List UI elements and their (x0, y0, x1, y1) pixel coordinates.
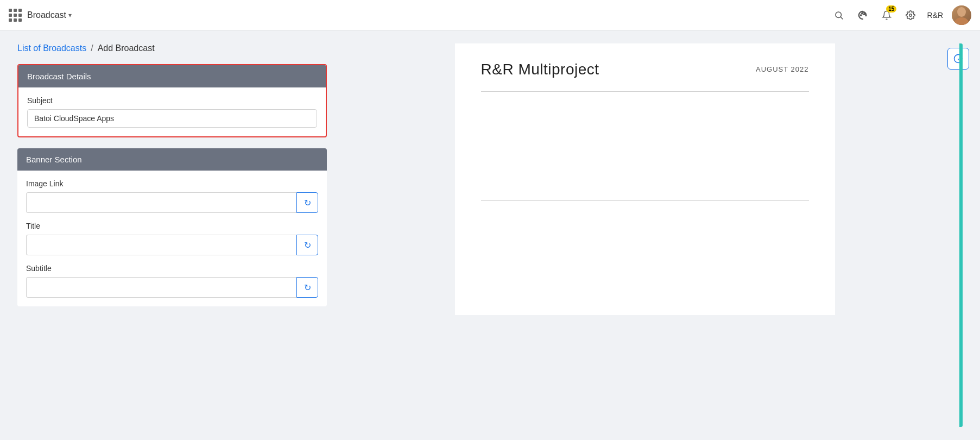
title-refresh-button[interactable]: ↻ (296, 235, 318, 255)
preview-top-divider (481, 91, 809, 92)
preview-date: AUGUST 2022 (756, 65, 808, 73)
image-link-input[interactable] (26, 192, 296, 213)
subject-field-group: Subject (27, 96, 317, 128)
image-link-field-group: Image Link ↻ (26, 179, 318, 213)
subject-input[interactable] (27, 109, 317, 128)
breadcrumb-list-link[interactable]: List of Broadcasts (17, 43, 86, 53)
breadcrumb-separator: / (91, 43, 93, 53)
topnav-right: 15 R&R (831, 5, 971, 25)
preview-area: R&R Multiproject AUGUST 2022 (455, 43, 835, 315)
subtitle-label: Subtitle (26, 264, 318, 273)
app-title-text: Broadcast (27, 10, 66, 20)
banner-section-header: Banner Section (17, 148, 327, 171)
right-panel: R&R Multiproject AUGUST 2022 (327, 43, 963, 427)
svg-point-4 (864, 14, 865, 15)
avatar-image (952, 5, 971, 25)
broadcast-details-section: Broadcast Details Subject (17, 64, 327, 137)
title-field-group: Title ↻ (26, 222, 318, 255)
svg-line-1 (841, 17, 843, 19)
subtitle-refresh-button[interactable]: ↻ (296, 277, 318, 298)
title-input[interactable] (26, 235, 296, 255)
svg-point-2 (861, 14, 862, 15)
breadcrumb: List of Broadcasts / Add Broadcast (17, 43, 327, 53)
app-title-chevron: ▾ (68, 11, 72, 19)
refresh-icon-subtitle: ↻ (304, 282, 311, 293)
broadcast-details-header: Broadcast Details (18, 65, 326, 87)
refresh-icon-title: ↻ (304, 240, 311, 250)
topnav-left: Broadcast ▾ (9, 9, 72, 22)
image-link-label: Image Link (26, 179, 318, 188)
title-input-group: ↻ (26, 235, 318, 255)
palette-icon[interactable] (855, 8, 870, 23)
preview-company-name: R&R Multiproject (481, 61, 599, 78)
user-label[interactable]: R&R (927, 11, 943, 20)
left-panel: List of Broadcasts / Add Broadcast Broad… (17, 43, 327, 427)
notification-count: 15 (886, 5, 896, 12)
breadcrumb-current: Add Broadcast (98, 43, 155, 53)
image-link-refresh-button[interactable]: ↻ (296, 192, 318, 213)
subject-label: Subject (27, 96, 317, 105)
settings-icon[interactable] (903, 8, 918, 23)
title-label: Title (26, 222, 318, 230)
avatar[interactable] (952, 5, 971, 25)
search-icon[interactable] (831, 8, 846, 23)
grid-icon[interactable] (9, 9, 22, 22)
subtitle-field-group: Subtitle ↻ (26, 264, 318, 298)
svg-point-6 (957, 7, 966, 17)
svg-point-0 (836, 12, 842, 18)
banner-section-body: Image Link ↻ Title ↻ (17, 171, 327, 306)
preview-bottom-divider (481, 200, 809, 201)
preview-header: R&R Multiproject AUGUST 2022 (481, 61, 809, 78)
image-link-input-group: ↻ (26, 192, 318, 213)
svg-point-5 (909, 14, 912, 16)
svg-point-3 (862, 12, 863, 14)
app-title[interactable]: Broadcast ▾ (27, 10, 72, 20)
subtitle-input-group: ↻ (26, 277, 318, 298)
refresh-icon-image: ↻ (304, 198, 311, 208)
topnav: Broadcast ▾ 15 (0, 0, 980, 30)
main-content: List of Broadcasts / Add Broadcast Broad… (0, 30, 980, 440)
teal-bar (959, 43, 963, 427)
broadcast-details-body: Subject (18, 87, 326, 136)
notification-icon[interactable]: 15 (879, 8, 894, 23)
banner-section: Banner Section Image Link ↻ Title (17, 148, 327, 306)
subtitle-input[interactable] (26, 277, 296, 298)
